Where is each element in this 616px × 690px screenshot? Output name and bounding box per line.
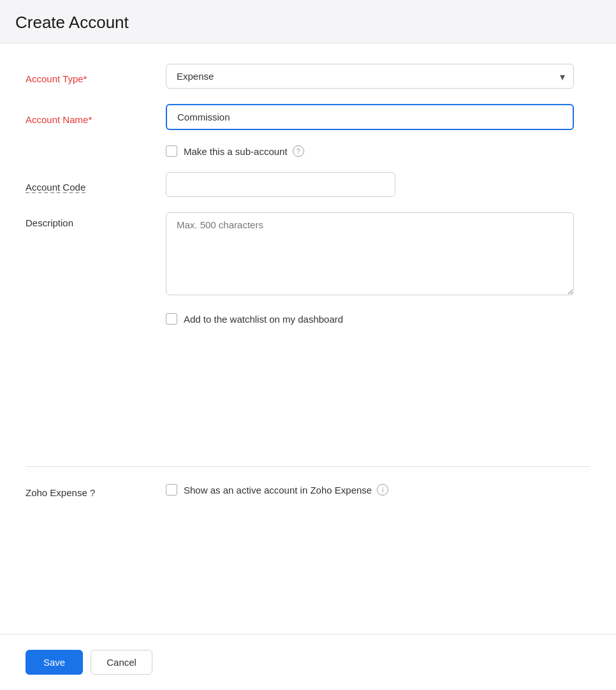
account-type-label: Account Type* (26, 68, 166, 84)
sub-account-row: Make this a sub-account ? (166, 145, 590, 157)
save-button[interactable]: Save (26, 650, 83, 675)
watchlist-checkbox[interactable] (166, 313, 177, 325)
account-type-select[interactable]: Expense Income Asset Liability Equity (166, 64, 574, 89)
account-code-control (166, 172, 574, 197)
form-area: Account Type* Expense Income Asset Liabi… (0, 43, 616, 466)
zoho-expense-checkbox-label: Show as an active account in Zoho Expens… (184, 484, 388, 495)
account-code-label: Account Code (26, 177, 166, 193)
sub-account-checkbox[interactable] (166, 145, 177, 157)
description-textarea[interactable] (166, 212, 574, 295)
sub-account-help-icon[interactable]: ? (293, 145, 304, 157)
spacer (0, 529, 616, 635)
account-code-row: Account Code (26, 172, 590, 197)
zoho-expense-control: Show as an active account in Zoho Expens… (166, 484, 574, 495)
zoho-expense-label: Zoho Expense ? (26, 482, 166, 498)
account-name-control (166, 104, 574, 130)
watchlist-label: Add to the watchlist on my dashboard (184, 314, 343, 325)
description-label: Description (26, 212, 166, 228)
account-name-input[interactable] (166, 104, 574, 130)
zoho-expense-checkbox[interactable] (166, 484, 177, 495)
description-row: Description (26, 212, 590, 298)
account-type-control: Expense Income Asset Liability Equity ▾ (166, 64, 574, 89)
footer-buttons: Save Cancel (0, 634, 616, 690)
watchlist-row: Add to the watchlist on my dashboard (166, 313, 590, 325)
zoho-expense-section: Zoho Expense ? Show as an active account… (0, 467, 616, 529)
cancel-button[interactable]: Cancel (91, 650, 152, 675)
zoho-expense-row: Zoho Expense ? Show as an active account… (26, 482, 590, 498)
account-name-label: Account Name* (26, 109, 166, 125)
zoho-expense-info-icon[interactable]: i (377, 484, 388, 495)
account-type-select-wrapper: Expense Income Asset Liability Equity ▾ (166, 64, 574, 89)
description-control (166, 212, 574, 298)
account-name-row: Account Name* (26, 104, 590, 130)
account-code-input[interactable] (166, 172, 395, 197)
page-title: Create Account (15, 13, 601, 33)
account-type-row: Account Type* Expense Income Asset Liabi… (26, 64, 590, 89)
sub-account-label: Make this a sub-account ? (184, 145, 304, 157)
page-header: Create Account (0, 0, 616, 43)
